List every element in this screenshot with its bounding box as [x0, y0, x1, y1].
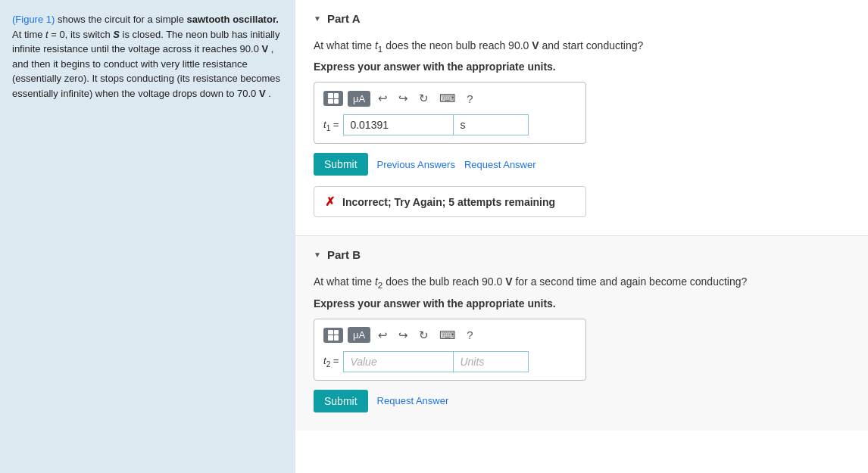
error-icon: ✗ — [325, 194, 335, 209]
left-panel-text: (Figure 1) shows the circuit for a simpl… — [12, 12, 283, 101]
part-a-refresh-button[interactable]: ↻ — [416, 90, 432, 107]
part-a-mu-button[interactable]: μA — [348, 91, 370, 107]
error-text: Incorrect; Try Again; 5 attempts remaini… — [342, 196, 555, 208]
part-a-header[interactable]: ▼ Part A — [314, 12, 850, 25]
part-b-undo-button[interactable]: ↩ — [375, 327, 391, 344]
left-panel: (Figure 1) shows the circuit for a simpl… — [0, 0, 295, 473]
part-b-label: Part B — [327, 248, 361, 261]
part-b-triangle: ▼ — [314, 251, 321, 259]
part-a-keyboard-button[interactable]: ⌨ — [436, 90, 459, 107]
part-b-question: At what time t2 does the bulb reach 90.0… — [314, 273, 850, 292]
part-b-submit-button[interactable]: Submit — [314, 390, 368, 412]
part-a-help-button[interactable]: ? — [464, 91, 476, 107]
grid-icon — [328, 93, 339, 104]
part-a-input-label: t1 = — [323, 119, 339, 132]
part-b-toolbar: μA ↩ ↪ ↻ ⌨ ? — [323, 327, 576, 344]
part-a-triangle: ▼ — [314, 14, 321, 23]
part-a-action-row: Submit Previous Answers Request Answer — [314, 153, 850, 176]
part-b-units-input[interactable] — [453, 351, 529, 372]
part-a-request-answer-link[interactable]: Request Answer — [464, 159, 536, 170]
part-b-section: ▼ Part B At what time t2 does the bulb r… — [295, 236, 868, 430]
part-b-input-label: t2 = — [323, 355, 339, 369]
part-a-subtext: Express your answer with the appropriate… — [314, 61, 850, 73]
part-a-question: At what time t1 does the neon bulb reach… — [314, 37, 850, 56]
part-b-request-answer-link[interactable]: Request Answer — [377, 395, 449, 406]
part-a-answer-box: μA ↩ ↪ ↻ ⌨ ? t1 = — [314, 82, 586, 144]
part-b-redo-button[interactable]: ↪ — [395, 327, 411, 344]
part-a-label: Part A — [327, 12, 361, 25]
part-a-value-input[interactable] — [343, 114, 453, 135]
part-b-help-button[interactable]: ? — [464, 327, 476, 343]
part-b-action-row: Submit Request Answer — [314, 390, 850, 412]
part-a-previous-answers-link[interactable]: Previous Answers — [377, 159, 455, 170]
part-b-input-row: t2 = — [323, 351, 576, 372]
right-panel: ▼ Part A At what time t1 does the neon b… — [295, 0, 868, 473]
figure-link[interactable]: (Figure 1) — [12, 14, 55, 25]
part-b-grid-button[interactable] — [323, 328, 343, 343]
part-a-toolbar: μA ↩ ↪ ↻ ⌨ ? — [323, 90, 576, 107]
part-a-submit-button[interactable]: Submit — [314, 153, 368, 176]
part-a-redo-button[interactable]: ↪ — [395, 90, 411, 107]
part-b-mu-button[interactable]: μA — [348, 327, 370, 343]
part-a-section: ▼ Part A At what time t1 does the neon b… — [295, 0, 868, 236]
part-a-units-input[interactable] — [453, 114, 529, 135]
part-b-subtext: Express your answer with the appropriate… — [314, 297, 850, 310]
part-b-answer-box: μA ↩ ↪ ↻ ⌨ ? t2 = — [314, 319, 586, 381]
part-b-grid-icon — [328, 330, 339, 341]
part-a-grid-button[interactable] — [323, 91, 343, 106]
part-b-keyboard-button[interactable]: ⌨ — [436, 327, 459, 344]
part-a-error-box: ✗ Incorrect; Try Again; 5 attempts remai… — [314, 186, 586, 217]
part-b-header[interactable]: ▼ Part B — [314, 248, 850, 261]
part-a-input-row: t1 = — [323, 114, 576, 135]
part-b-refresh-button[interactable]: ↻ — [416, 327, 432, 344]
part-a-undo-button[interactable]: ↩ — [375, 90, 391, 107]
part-b-value-input[interactable] — [343, 351, 453, 372]
